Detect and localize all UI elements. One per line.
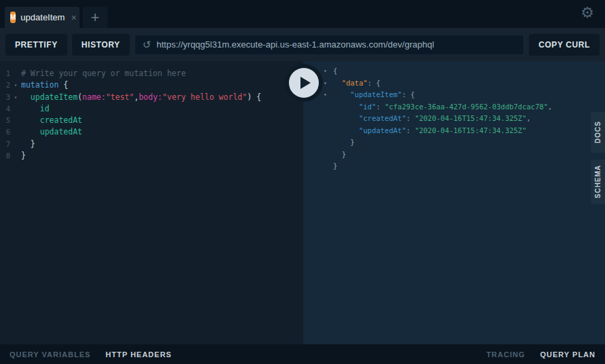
endpoint-url-input[interactable]: [156, 39, 516, 50]
line-number: 7: [4, 139, 10, 150]
toolbar: PRETTIFY HISTORY ↺ COPY CURL: [0, 28, 605, 61]
fold-arrow-icon: ▾: [10, 79, 21, 91]
main-split: 1# Write your query or mutation here2▾mu…: [0, 61, 605, 344]
schema-side-tab[interactable]: SCHEMA: [591, 160, 605, 204]
editor-line: 8}: [0, 150, 303, 162]
fold-gutter: [10, 150, 21, 162]
copy-curl-button[interactable]: COPY CURL: [529, 34, 600, 56]
result-line: ▾ "data": {: [303, 77, 605, 90]
code-text: }: [333, 138, 355, 146]
fold-gutter: [10, 68, 21, 79]
code-text: {: [333, 67, 337, 75]
query-variables-tab[interactable]: QUERY VARIABLES: [10, 350, 90, 359]
fold-arrow-icon: ▾: [10, 92, 21, 103]
editor-line: 3▾ updateItem(name:"test",body:"very hel…: [0, 92, 303, 103]
tab-bar: M updateItem × + ⚙: [0, 0, 605, 28]
code-text: }: [333, 150, 346, 158]
result-line: ▾{: [303, 65, 605, 77]
line-number: 4: [4, 103, 10, 115]
code-text: mutation {: [21, 79, 68, 91]
query-plan-tab[interactable]: QUERY PLAN: [540, 350, 595, 359]
line-number: 5: [4, 115, 10, 126]
line-number: 2: [4, 79, 10, 91]
close-tab-icon[interactable]: ×: [71, 13, 76, 22]
bottom-bar: QUERY VARIABLES HTTP HEADERS TRACING QUE…: [0, 344, 605, 364]
tab-updateitem[interactable]: M updateItem ×: [5, 7, 80, 28]
result-line: "id": "cfa293ce-36aa-427d-9562-03ddb7dca…: [303, 101, 605, 113]
result-line: }: [303, 160, 605, 172]
code-text: "updatedAt": "2020-04-16T15:47:34.325Z": [333, 126, 527, 134]
line-number: 1: [4, 68, 10, 79]
code-text: "updateItem": {: [333, 90, 415, 98]
result-line: }: [303, 136, 605, 149]
mutation-badge: M: [10, 12, 16, 23]
editor-line: 4 id: [0, 103, 303, 115]
line-number: 6: [4, 126, 10, 138]
code-text: "createdAt": "2020-04-16T15:47:34.325Z",: [333, 114, 531, 122]
result-line: "updatedAt": "2020-04-16T15:47:34.325Z": [303, 125, 605, 137]
fold-arrow-icon: ▾: [324, 77, 327, 90]
line-number: 3: [4, 92, 10, 103]
editor-line: 1# Write your query or mutation here: [0, 68, 303, 79]
play-icon: [300, 77, 311, 89]
plus-icon: +: [91, 9, 100, 26]
graphql-playground-window: M updateItem × + ⚙ PRETTIFY HISTORY ↺ CO…: [0, 0, 605, 364]
response-viewer: ▾{▾ "data": {▾ "updateItem": { "id": "cf…: [303, 61, 605, 344]
fold-gutter: [10, 103, 21, 115]
editor-line: 7 }: [0, 139, 303, 150]
fold-gutter: [10, 139, 21, 150]
new-tab-button[interactable]: +: [83, 7, 107, 28]
tab-title: updateItem: [20, 12, 65, 22]
schema-label: SCHEMA: [594, 165, 602, 198]
result-line: ▾ "updateItem": {: [303, 89, 605, 101]
http-headers-tab[interactable]: HTTP HEADERS: [105, 350, 171, 359]
fold-gutter: [10, 126, 21, 138]
execute-button[interactable]: [289, 68, 319, 98]
code-text: "id": "cfa293ce-36aa-427d-9562-03ddb7dca…: [333, 103, 552, 111]
code-text: }: [21, 150, 26, 162]
settings-gear-icon[interactable]: ⚙: [581, 5, 594, 20]
code-text: id: [21, 103, 50, 115]
tracing-tab[interactable]: TRACING: [486, 350, 525, 359]
fold-gutter: [10, 115, 21, 126]
fold-arrow-icon: ▾: [324, 89, 327, 101]
line-number: 8: [4, 150, 10, 162]
code-text: }: [21, 139, 35, 150]
result-line: "createdAt": "2020-04-16T15:47:34.325Z",: [303, 113, 605, 125]
code-text: createdAt: [21, 115, 82, 126]
code-text: updateItem(name:"test",body:"very hello …: [21, 92, 261, 103]
docs-side-tab[interactable]: DOCS: [591, 112, 605, 153]
endpoint-url-box: ↺: [135, 35, 524, 55]
editor-line: 6 updatedAt: [0, 126, 303, 138]
refresh-icon[interactable]: ↺: [143, 39, 152, 50]
fold-arrow-icon: ▾: [324, 65, 327, 77]
code-text: # Write your query or mutation here: [21, 68, 186, 79]
prettify-button[interactable]: PRETTIFY: [5, 34, 67, 56]
query-editor[interactable]: 1# Write your query or mutation here2▾mu…: [0, 61, 303, 344]
docs-label: DOCS: [594, 122, 602, 144]
code-text: }: [333, 162, 337, 170]
history-button[interactable]: HISTORY: [72, 34, 130, 56]
result-line: }: [303, 149, 605, 161]
editor-line: 5 createdAt: [0, 115, 303, 126]
code-text: updatedAt: [21, 126, 82, 138]
editor-line: 2▾mutation {: [0, 79, 303, 91]
code-text: "data": {: [333, 79, 381, 87]
